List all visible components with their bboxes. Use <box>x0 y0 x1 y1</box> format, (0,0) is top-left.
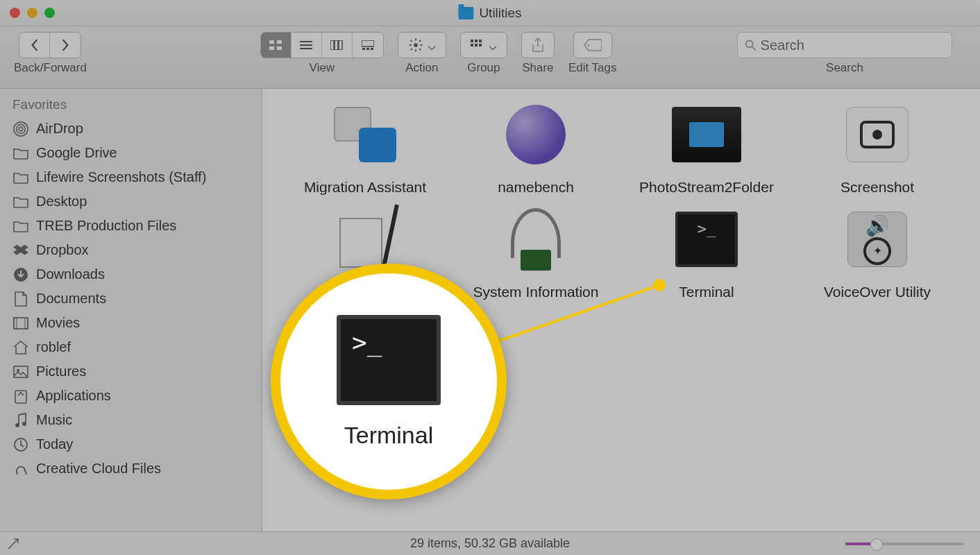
app-voiceover-utility[interactable]: 🔊✦ VoiceOver Utility <box>795 200 959 305</box>
action-label: Action <box>405 61 438 75</box>
back-forward-segment <box>19 32 81 58</box>
sidebar-item-airdrop[interactable]: AirDrop <box>0 117 262 141</box>
grid-icon <box>269 40 282 50</box>
folder-icon <box>12 219 29 234</box>
path-button[interactable] <box>7 538 19 550</box>
sidebar-item-today[interactable]: Today <box>0 432 262 456</box>
icon-view-button[interactable] <box>261 33 292 58</box>
back-forward-label: Back/Forward <box>14 61 87 75</box>
airdrop-icon <box>12 121 29 137</box>
chevron-down-icon: ⌵ <box>489 37 497 53</box>
home-icon <box>12 340 29 355</box>
share-button[interactable] <box>521 32 555 58</box>
gallery-icon <box>362 40 374 50</box>
svg-point-24 <box>19 127 23 131</box>
sidebar-item-desktop[interactable]: Desktop <box>0 189 262 214</box>
status-text: 29 items, 50.32 GB available <box>410 536 570 551</box>
terminal-icon-large: >_ <box>337 315 441 405</box>
sidebar-item-applications[interactable]: Applications <box>0 384 262 408</box>
forward-button[interactable] <box>50 33 81 58</box>
svg-point-25 <box>17 124 26 133</box>
applications-icon <box>12 388 29 404</box>
gallery-view-button[interactable] <box>353 33 383 58</box>
svg-rect-18 <box>471 44 473 46</box>
view-segment <box>260 32 384 58</box>
app-system-information[interactable]: System Information <box>454 200 618 305</box>
group-group: ⌵ Group <box>460 32 507 75</box>
svg-rect-28 <box>14 318 28 329</box>
action-group: ⌵ Action <box>398 32 446 75</box>
svg-point-22 <box>746 40 753 47</box>
minimize-button[interactable] <box>27 8 37 18</box>
status-bar: 29 items, 50.32 GB available <box>0 531 980 555</box>
sidebar-item-google-drive[interactable]: Google Drive <box>0 141 262 165</box>
tags-group: Edit Tags <box>568 32 617 75</box>
photostream-icon <box>672 100 741 169</box>
svg-point-35 <box>22 422 26 426</box>
music-icon <box>12 413 29 428</box>
back-button[interactable] <box>19 33 50 58</box>
svg-rect-3 <box>277 46 282 50</box>
group-button[interactable]: ⌵ <box>460 32 507 58</box>
column-view-button[interactable] <box>322 33 353 58</box>
list-view-button[interactable] <box>292 33 322 58</box>
app-photostream2folder[interactable]: PhotoStream2Folder <box>625 96 788 200</box>
window-body: Favorites AirDrop Google Drive Lifewire … <box>0 89 980 531</box>
sidebar-item-music[interactable]: Music <box>0 408 262 432</box>
share-label: Share <box>522 61 553 75</box>
search-input[interactable] <box>761 37 945 53</box>
group-icon <box>471 40 484 51</box>
sidebar-item-treb[interactable]: TREB Production Files <box>0 214 262 238</box>
screenshot-icon <box>843 100 912 169</box>
svg-point-14 <box>414 43 418 47</box>
window-title-text: Utilities <box>479 6 521 21</box>
columns-icon <box>330 40 343 50</box>
list-icon <box>300 40 312 50</box>
zoom-button[interactable] <box>44 8 55 18</box>
sidebar: Favorites AirDrop Google Drive Lifewire … <box>0 89 262 531</box>
share-icon <box>532 37 544 53</box>
app-migration-assistant[interactable]: Migration Assistant <box>283 96 447 200</box>
app-terminal[interactable]: >_ Terminal <box>625 200 788 305</box>
search-icon <box>745 39 757 51</box>
icon-size-slider[interactable] <box>845 543 963 545</box>
svg-rect-20 <box>479 44 482 46</box>
sidebar-item-dropbox[interactable]: Dropbox <box>0 238 262 262</box>
view-group: View <box>260 32 384 75</box>
group-label: Group <box>467 61 500 75</box>
app-screenshot[interactable]: Screenshot <box>795 96 959 200</box>
globe-icon <box>501 100 571 169</box>
svg-rect-12 <box>366 48 369 50</box>
sidebar-item-downloads[interactable]: Downloads <box>0 262 262 287</box>
svg-rect-17 <box>479 40 482 42</box>
window-title: Utilities <box>458 6 521 21</box>
creative-cloud-icon <box>12 461 29 477</box>
svg-rect-5 <box>300 44 312 46</box>
share-group: Share <box>521 32 555 75</box>
system-information-icon <box>501 205 571 274</box>
edit-tags-button[interactable] <box>573 32 612 58</box>
callout-magnifier: >_ Terminal <box>271 264 507 500</box>
sidebar-item-lifewire[interactable]: Lifewire Screenshots (Staff) <box>0 165 262 189</box>
sidebar-item-creative-cloud[interactable]: Creative Cloud Files <box>0 456 262 481</box>
folder-icon <box>12 170 29 185</box>
close-button[interactable] <box>10 8 20 18</box>
svg-line-23 <box>752 46 756 50</box>
sidebar-section-favorites: Favorites <box>0 97 262 117</box>
svg-rect-11 <box>362 48 365 50</box>
voiceover-icon: 🔊✦ <box>843 205 912 274</box>
sidebar-item-documents[interactable]: Documents <box>0 287 262 311</box>
sidebar-item-home[interactable]: roblef <box>0 335 262 359</box>
svg-rect-8 <box>335 40 338 50</box>
svg-rect-16 <box>475 40 478 42</box>
sidebar-item-pictures[interactable]: Pictures <box>0 359 262 384</box>
clock-icon <box>12 437 29 452</box>
search-field[interactable] <box>737 32 952 58</box>
folder-icon <box>12 146 29 161</box>
toolbar: Back/Forward View <box>0 26 980 89</box>
app-namebench[interactable]: namebench <box>454 96 618 200</box>
callout-anchor-dot <box>653 279 666 291</box>
sidebar-item-movies[interactable]: Movies <box>0 311 262 335</box>
action-button[interactable]: ⌵ <box>398 32 446 58</box>
terminal-icon: >_ <box>672 205 741 274</box>
